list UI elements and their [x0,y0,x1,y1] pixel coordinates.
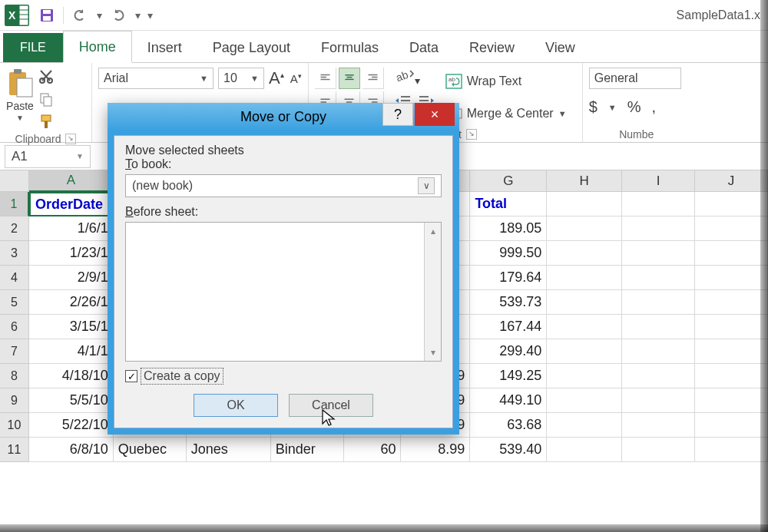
name-box[interactable]: A1▼ [5,145,91,168]
col-header-J[interactable]: J [695,170,768,192]
cell[interactable] [547,290,622,315]
format-painter-icon[interactable] [38,114,54,131]
copy-icon[interactable] [38,91,54,109]
row-header[interactable]: 11 [0,438,29,462]
select-all-corner[interactable] [0,170,29,192]
cell[interactable]: 63.68 [470,413,547,438]
row-header[interactable]: 7 [0,339,29,364]
cell[interactable] [695,290,768,315]
cell[interactable]: 8.99 [401,438,470,462]
cell[interactable]: 1/6/1 [29,216,114,241]
cell[interactable] [695,315,768,339]
row-header[interactable]: 2 [0,216,29,241]
cell[interactable] [695,192,768,216]
qat-redo-menu[interactable]: ▾ [131,2,144,28]
qat-redo-button[interactable] [105,2,131,28]
cell[interactable] [547,438,622,462]
tab-insert[interactable]: Insert [132,32,197,62]
cell[interactable]: 6/8/10 [29,438,114,462]
cell[interactable] [695,241,768,266]
currency-icon[interactable]: $ [589,98,598,116]
col-header-H[interactable]: H [547,170,622,192]
cell[interactable]: 2/9/1 [29,266,114,290]
cancel-button[interactable]: Cancel [289,394,373,417]
cell[interactable] [695,266,768,290]
dialog-close-button[interactable]: × [415,103,455,126]
align-top-left-icon[interactable] [315,68,336,89]
col-header-G[interactable]: G [470,170,547,192]
cell[interactable] [547,339,622,364]
tab-file[interactable]: FILE [3,33,63,62]
col-header-A[interactable]: A [29,170,114,192]
cell[interactable]: 5/5/10 [29,388,114,413]
row-header[interactable]: 10 [0,413,29,438]
cell[interactable] [622,339,695,364]
increase-font-icon[interactable]: A▴ [269,68,284,88]
cell[interactable]: 539.40 [470,438,547,462]
decrease-font-icon[interactable]: A▾ [290,72,302,85]
cell[interactable] [622,216,695,241]
cell[interactable]: 1/23/1 [29,241,114,266]
align-top-right-icon[interactable] [362,68,384,89]
listbox-scrollbar[interactable]: ▴▾ [424,223,441,361]
create-copy-checkbox[interactable]: ✓ [125,370,137,382]
cell[interactable]: Quebec [114,438,187,462]
cell[interactable]: 167.44 [470,315,547,339]
row-header[interactable]: 4 [0,266,29,290]
col-header-I[interactable]: I [622,170,695,192]
font-name-select[interactable]: Arial▼ [98,68,214,89]
cell[interactable] [622,266,695,290]
merge-center-button[interactable]: Merge & Center ▼ [445,101,576,126]
cell[interactable] [622,438,695,462]
cell[interactable]: 189.05 [470,216,547,241]
tab-home[interactable]: Home [63,31,132,63]
cell[interactable] [622,413,695,438]
cell[interactable] [695,438,768,462]
cell[interactable] [547,413,622,438]
cell[interactable]: 539.73 [470,290,547,315]
dialog-help-button[interactable]: ? [382,103,413,126]
cell[interactable]: Binder [271,438,344,462]
number-format-select[interactable]: General [589,68,681,89]
cell[interactable] [695,413,768,438]
cell[interactable]: 5/22/10 [29,413,114,438]
cell[interactable] [547,192,622,216]
clipboard-dialog-launcher[interactable]: ↘ [65,134,76,144]
cell[interactable]: 999.50 [470,241,547,266]
cell[interactable]: 179.64 [470,266,547,290]
wrap-text-button[interactable]: abWrap Text [445,69,576,94]
row-header[interactable]: 1 [0,192,29,216]
row-header[interactable]: 5 [0,290,29,315]
row-header[interactable]: 6 [0,315,29,339]
cell[interactable] [622,388,695,413]
cell[interactable] [695,216,768,241]
cell[interactable]: 60 [344,438,402,462]
cell[interactable]: OrderDate [29,192,114,216]
to-book-combo[interactable]: (new book)∨ [125,174,442,197]
cell[interactable]: 149.25 [470,364,547,388]
qat-undo-menu[interactable]: ▾ [93,2,105,28]
dialog-titlebar[interactable]: Move or Copy ? × [108,103,459,131]
orientation-icon[interactable]: ab▾ [395,68,435,87]
qat-save-button[interactable] [34,2,60,28]
cell[interactable] [547,216,622,241]
cell[interactable] [622,364,695,388]
cell[interactable]: Total [470,192,547,216]
align-top-center-icon[interactable] [339,68,360,89]
tab-data[interactable]: Data [394,32,454,62]
cell[interactable]: 4/1/1 [29,339,114,364]
create-copy-label[interactable]: Create a copy [142,369,222,383]
cell[interactable] [695,388,768,413]
alignment-dialog-launcher[interactable]: ↘ [466,129,477,140]
cell[interactable] [547,315,622,339]
cell[interactable] [547,364,622,388]
cell[interactable]: Jones [187,438,271,462]
row-header[interactable]: 9 [0,388,29,413]
cell[interactable]: 449.10 [470,388,547,413]
percent-icon[interactable]: % [627,98,641,116]
tab-review[interactable]: Review [454,32,530,62]
font-size-select[interactable]: 10▼ [218,68,264,89]
cell[interactable] [695,364,768,388]
cell[interactable]: 2/26/1 [29,290,114,315]
cell[interactable] [622,290,695,315]
